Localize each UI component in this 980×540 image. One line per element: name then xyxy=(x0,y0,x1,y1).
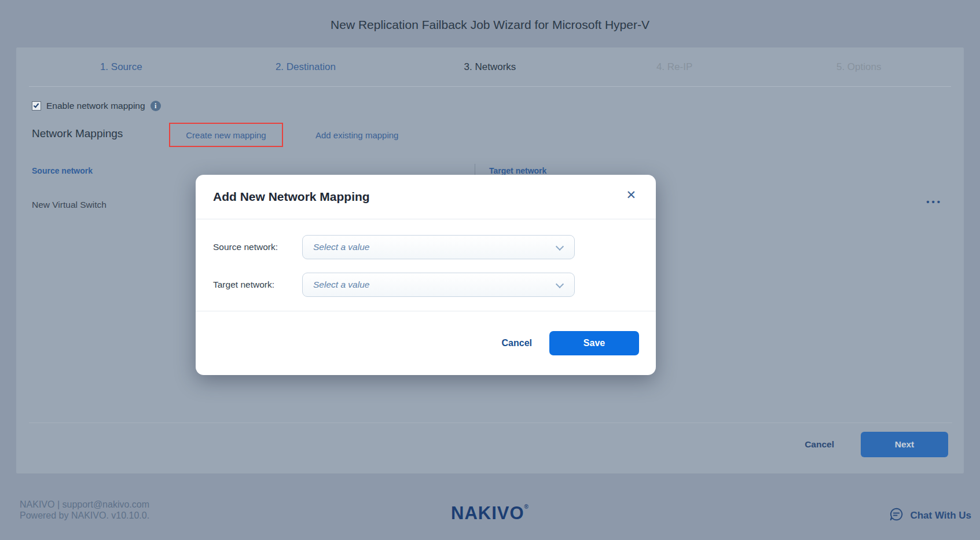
wizard-actions: Cancel Next xyxy=(805,432,948,457)
chat-with-us-button[interactable]: Chat With Us xyxy=(889,507,971,524)
chat-bubble-icon xyxy=(889,507,904,524)
screen: New Replication Failback Job Wizard for … xyxy=(0,0,980,540)
step-options: 5. Options xyxy=(766,47,951,86)
source-network-field-row: Source network: xyxy=(213,235,278,259)
modal-title: Add New Network Mapping xyxy=(213,190,370,204)
enable-network-mapping-row: Enable network mapping i xyxy=(32,101,161,111)
step-destination[interactable]: 2. Destination xyxy=(214,47,398,86)
info-icon[interactable]: i xyxy=(151,101,161,111)
page-title: New Replication Failback Job Wizard for … xyxy=(0,18,980,32)
add-existing-mapping-link[interactable]: Add existing mapping xyxy=(315,130,398,140)
source-network-select[interactable]: Select a value xyxy=(302,235,575,259)
nakivo-logo: NAKIVO® xyxy=(451,503,529,523)
column-header-source-network: Source network xyxy=(32,166,93,175)
target-network-placeholder: Select a value xyxy=(313,280,369,290)
registered-mark: ® xyxy=(524,504,529,510)
source-network-placeholder: Select a value xyxy=(313,242,369,252)
wizard-next-button[interactable]: Next xyxy=(861,432,948,457)
step-networks[interactable]: 3. Networks xyxy=(398,47,582,86)
add-new-network-mapping-modal: Add New Network Mapping ✕ Source network… xyxy=(196,175,656,375)
row-menu-icon[interactable]: ••• xyxy=(926,197,942,207)
target-network-select[interactable]: Select a value xyxy=(302,273,575,297)
step-source[interactable]: 1. Source xyxy=(29,47,214,86)
chat-with-us-label: Chat With Us xyxy=(910,510,971,521)
enable-network-mapping-checkbox[interactable] xyxy=(32,101,41,111)
app-footer: NAKIVO | support@nakivo.com Powered by N… xyxy=(0,473,980,540)
enable-network-mapping-label: Enable network mapping xyxy=(46,101,145,111)
panel-divider xyxy=(29,423,952,423)
footer-logo-wrap: NAKIVO® xyxy=(0,503,980,524)
modal-save-button[interactable]: Save xyxy=(549,331,639,355)
network-mappings-heading: Network Mappings xyxy=(32,127,123,140)
modal-footer: Cancel Save xyxy=(196,311,656,375)
table-row-source-network: New Virtual Switch xyxy=(32,200,107,210)
create-new-mapping-link[interactable]: Create new mapping xyxy=(186,130,266,140)
step-re-ip: 4. Re-IP xyxy=(582,47,767,86)
modal-header: Add New Network Mapping xyxy=(196,175,656,219)
modal-cancel-button[interactable]: Cancel xyxy=(502,338,532,348)
chevron-down-icon xyxy=(556,280,564,288)
target-network-label: Target network: xyxy=(213,280,274,290)
create-new-mapping-highlight: Create new mapping xyxy=(169,123,283,147)
column-header-target-network: Target network xyxy=(489,166,546,175)
target-network-field-row: Target network: xyxy=(213,273,274,297)
close-icon[interactable]: ✕ xyxy=(626,189,636,201)
source-network-label: Source network: xyxy=(213,242,278,252)
nakivo-logo-text: NAKIVO xyxy=(451,503,524,523)
wizard-cancel-button[interactable]: Cancel xyxy=(805,439,834,450)
checkmark-icon xyxy=(34,102,39,108)
chevron-down-icon xyxy=(556,243,564,251)
wizard-steps: 1. Source 2. Destination 3. Networks 4. … xyxy=(29,47,951,87)
